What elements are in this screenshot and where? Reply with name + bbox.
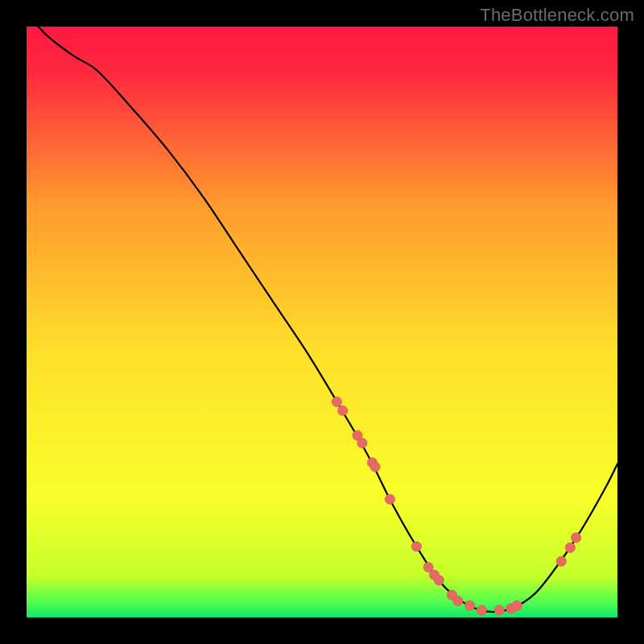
data-marker bbox=[357, 438, 367, 448]
data-marker bbox=[565, 543, 575, 552]
data-marker bbox=[332, 397, 341, 407]
data-marker bbox=[434, 576, 444, 585]
data-marker bbox=[337, 406, 347, 415]
chart-frame: TheBottleneck.com bbox=[0, 0, 644, 644]
data-marker bbox=[477, 605, 486, 615]
data-marker bbox=[556, 556, 566, 566]
data-marker bbox=[411, 542, 421, 551]
chart-svg bbox=[27, 27, 617, 617]
watermark-label: TheBottleneck.com bbox=[480, 5, 634, 26]
data-marker bbox=[494, 605, 504, 615]
data-marker bbox=[370, 462, 380, 472]
gradient-background bbox=[27, 27, 617, 617]
data-marker bbox=[512, 601, 522, 610]
data-marker bbox=[571, 533, 580, 543]
data-marker bbox=[385, 494, 394, 504]
plot-area bbox=[27, 27, 617, 617]
data-marker bbox=[453, 596, 463, 605]
data-marker bbox=[464, 601, 474, 610]
